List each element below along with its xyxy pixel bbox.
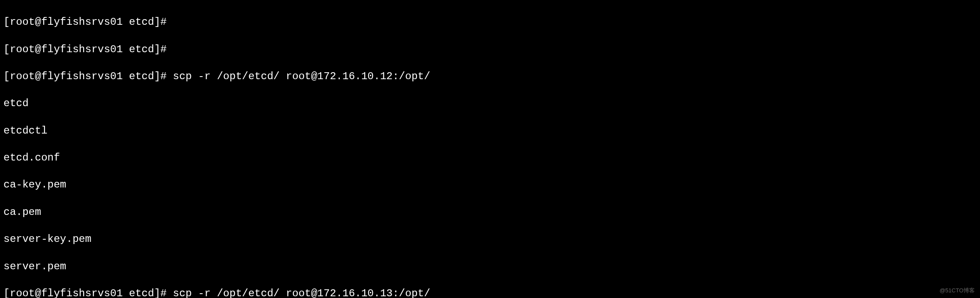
terminal-line: [root@flyfishsrvs01 etcd]# scp -r /opt/e…	[3, 70, 977, 83]
terminal-line: etcd	[3, 97, 977, 110]
terminal-line: etcdctl	[3, 124, 977, 137]
terminal-line: server.pem	[3, 260, 977, 273]
terminal-line: [root@flyfishsrvs01 etcd]#	[3, 43, 977, 56]
terminal-line: ca-key.pem	[3, 178, 977, 191]
terminal-output[interactable]: [root@flyfishsrvs01 etcd]# [root@flyfish…	[3, 2, 977, 298]
terminal-line: [root@flyfishsrvs01 etcd]#	[3, 15, 977, 29]
terminal-line: ca.pem	[3, 205, 977, 219]
terminal-line: server-key.pem	[3, 232, 977, 246]
terminal-line: [root@flyfishsrvs01 etcd]# scp -r /opt/e…	[3, 287, 977, 298]
watermark-text: @51CTO博客	[939, 287, 975, 295]
terminal-line: etcd.conf	[3, 151, 977, 164]
